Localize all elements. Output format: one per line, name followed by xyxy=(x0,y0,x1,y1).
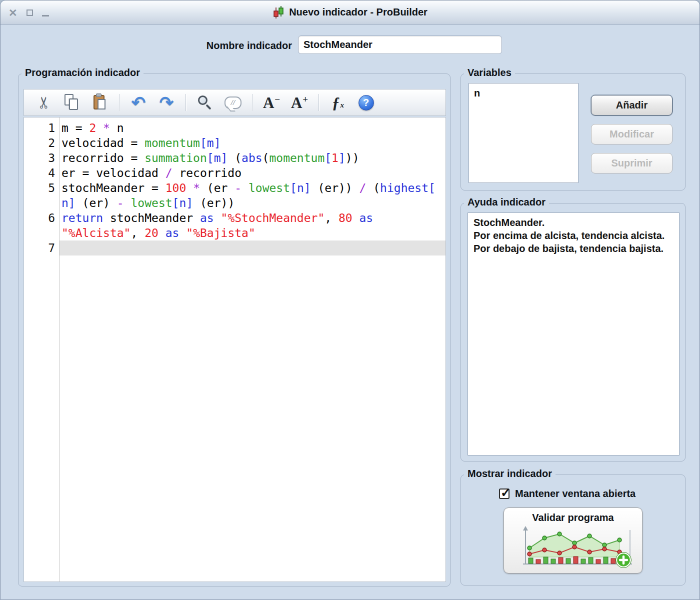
comment-icon: // xyxy=(224,96,242,109)
indicator-name-input[interactable] xyxy=(298,36,502,54)
redo-icon: ↷ xyxy=(160,94,174,111)
validate-program-button[interactable]: Validar programa xyxy=(504,508,642,574)
window-controls: ✕ xyxy=(8,0,49,24)
paste-button[interactable] xyxy=(88,92,112,114)
line-number: 3 xyxy=(24,150,59,166)
candlestick-icon xyxy=(272,6,284,20)
undo-icon: ↶ xyxy=(132,94,146,111)
function-button[interactable]: ƒx xyxy=(326,92,350,114)
copy-button[interactable] xyxy=(60,92,84,114)
keep-window-open-checkbox[interactable]: ✓ xyxy=(499,488,510,499)
cut-icon: ✂ xyxy=(36,96,52,110)
search-icon xyxy=(197,94,213,110)
toolbar-separator xyxy=(318,94,319,111)
close-icon[interactable]: ✕ xyxy=(8,8,18,18)
variables-group: Variables n Añadir Modificar Suprimir xyxy=(460,74,686,190)
code-row[interactable]: 3recorrido = summation[m] (abs(momentum[… xyxy=(24,150,446,166)
add-variable-button[interactable]: Añadir xyxy=(591,95,672,116)
code-text: velocidad = momentum[m] xyxy=(59,136,446,150)
toolbar-separator xyxy=(119,94,120,111)
code-text: stochMeander = 100 * (er - lowest[n] (er… xyxy=(59,180,446,196)
search-button[interactable] xyxy=(194,92,216,114)
code-text: return stochMeander as "%StochMeander", … xyxy=(59,210,446,226)
indicator-name-label: Nombre indicador xyxy=(0,40,292,52)
code-editor[interactable]: 1m = 2 * n2velocidad = momentum[m]3recor… xyxy=(24,117,446,582)
help-textarea[interactable]: StochMeander. Por encima de alcista, ten… xyxy=(468,212,680,456)
code-row[interactable]: 7 xyxy=(24,240,446,256)
comment-button[interactable]: // xyxy=(222,92,244,114)
function-icon: ƒx xyxy=(332,95,344,110)
maximize-icon[interactable] xyxy=(26,10,33,16)
line-number: 6 xyxy=(24,210,59,226)
code-text xyxy=(59,240,446,256)
validation-chart-graphic xyxy=(510,524,636,570)
toolbar-separator xyxy=(186,94,186,111)
help-icon: ? xyxy=(358,95,374,110)
code-text: n] (er) - lowest[n] (er)) xyxy=(59,196,446,210)
line-number: 7 xyxy=(24,240,59,256)
indicator-help-group-legend: Ayuda indicador xyxy=(464,196,549,208)
window-titlebar: ✕ Nuevo indicador - ProBuilder xyxy=(0,0,700,24)
undo-button[interactable]: ↶ xyxy=(127,92,150,114)
modify-variable-button[interactable]: Modificar xyxy=(591,124,672,144)
code-row[interactable]: 5stochMeander = 100 * (er - lowest[n] (e… xyxy=(24,180,446,196)
code-text: m = 2 * n xyxy=(59,120,446,136)
line-number: 2 xyxy=(24,136,59,150)
show-indicator-group-legend: Mostrar indicador xyxy=(464,468,556,480)
validate-program-label: Validar programa xyxy=(532,512,614,524)
code-row[interactable]: 6return stochMeander as "%StochMeander",… xyxy=(24,210,446,226)
code-text: recorrido = summation[m] (abs(momentum[1… xyxy=(59,150,446,166)
code-text: "%Alcista", 20 as "%Bajista" xyxy=(59,226,446,240)
keep-window-open-row: ✓ Mantener ventana abierta xyxy=(499,488,636,500)
paste-icon xyxy=(94,94,106,111)
font-increase-icon: A+ xyxy=(291,95,308,110)
code-row[interactable]: "%Alcista", 20 as "%Bajista" xyxy=(24,226,446,240)
programming-group-legend: Programación indicador xyxy=(22,67,144,78)
help-button[interactable]: ? xyxy=(354,92,378,114)
line-number: 1 xyxy=(24,120,59,136)
line-number: 5 xyxy=(24,180,59,196)
delete-variable-button[interactable]: Suprimir xyxy=(591,153,672,174)
toolbar-separator xyxy=(252,94,252,111)
minimize-icon[interactable] xyxy=(42,15,49,16)
probuilder-window: ✕ Nuevo indicador - ProBuilder Nombre in… xyxy=(0,0,700,600)
code-row[interactable]: 1m = 2 * n xyxy=(24,120,446,136)
line-number xyxy=(24,226,59,240)
redo-button[interactable]: ↷ xyxy=(155,92,178,114)
variables-list[interactable]: n xyxy=(468,83,578,183)
show-indicator-group: Mostrar indicador ✓ Mantener ventana abi… xyxy=(460,474,686,586)
code-text: er = velocidad / recorrido xyxy=(59,166,446,180)
variables-group-legend: Variables xyxy=(464,67,515,78)
code-row[interactable]: 2velocidad = momentum[m] xyxy=(24,136,446,150)
keep-window-open-label: Mantener ventana abierta xyxy=(515,488,636,500)
code-row[interactable]: 4er = velocidad / recorrido xyxy=(24,166,446,180)
editor-toolbar: ✂↶↷//A−A+ƒx? xyxy=(24,89,446,116)
code-row[interactable]: n] (er) - lowest[n] (er)) xyxy=(24,196,446,210)
programming-group: Programación indicador ✂↶↷//A−A+ƒx? 1m =… xyxy=(18,74,450,586)
font-decrease-icon: A− xyxy=(263,95,280,110)
checkmark-icon: ✓ xyxy=(500,486,511,500)
font-increase-button[interactable]: A+ xyxy=(288,92,311,114)
copy-icon xyxy=(64,94,80,111)
variable-item[interactable]: n xyxy=(474,88,573,99)
line-number: 4 xyxy=(24,166,59,180)
line-number xyxy=(24,196,59,210)
indicator-help-group: Ayuda indicador StochMeander. Por encima… xyxy=(460,203,686,462)
cut-button[interactable]: ✂ xyxy=(32,92,56,114)
window-title: Nuevo indicador - ProBuilder xyxy=(289,6,428,18)
font-decrease-button[interactable]: A− xyxy=(260,92,283,114)
